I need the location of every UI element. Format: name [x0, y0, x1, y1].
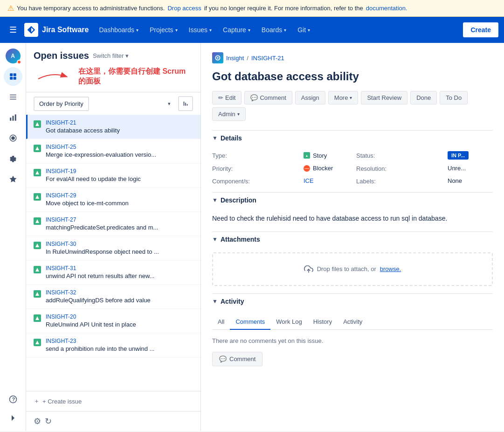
- description-section-header[interactable]: ▼ Description: [212, 192, 493, 208]
- svg-marker-22: [35, 244, 39, 247]
- sidebar-admin-icon[interactable]: [4, 170, 22, 188]
- admin-button[interactable]: Admin ▾: [212, 107, 246, 121]
- switch-filter-button[interactable]: Switch filter ▾: [93, 52, 129, 59]
- story-type-icon: [304, 152, 310, 159]
- svg-marker-18: [35, 146, 39, 150]
- sidebar-chart-icon[interactable]: [4, 108, 22, 127]
- issue-list-item[interactable]: INSIGHT-23 send a prohibition rule into …: [26, 333, 200, 357]
- nav-git-label: Git: [297, 26, 306, 34]
- nav-boards[interactable]: Boards ▾: [257, 22, 291, 37]
- attachments-section-header[interactable]: ▼ Attachments: [212, 231, 493, 247]
- issue-text: INSIGHT-23 send a prohibition rule into …: [46, 338, 193, 352]
- issue-key: INSIGHT-23: [46, 338, 193, 344]
- priority-value: Blocker: [304, 164, 349, 172]
- comment-action-button[interactable]: 💬 Comment: [244, 91, 292, 105]
- issue-summary: matchingPredicateSet.predicates and m...: [46, 224, 193, 231]
- activity-section-title: Activity: [221, 298, 244, 305]
- svg-marker-21: [35, 219, 39, 223]
- sidebar-expand-icon[interactable]: [4, 409, 22, 427]
- attachments-drop-zone[interactable]: Drop files to attach, or browse.: [212, 252, 493, 286]
- edit-button[interactable]: ✏ Edit: [212, 91, 242, 105]
- sidebar-settings-icon[interactable]: [4, 149, 22, 168]
- breadcrumb-project-link[interactable]: Insight: [226, 55, 244, 62]
- issue-text: INSIGHT-21 Got database access ability: [46, 119, 193, 134]
- issue-list-item[interactable]: INSIGHT-32 addRuleQualifyingDS before ad…: [26, 285, 200, 309]
- tab-history[interactable]: History: [308, 314, 338, 330]
- issue-list-item[interactable]: INSIGHT-29 Move object to ice-mt-common: [26, 188, 200, 212]
- details-section-header[interactable]: ▼ Details: [212, 130, 493, 146]
- nav-boards-label: Boards: [262, 26, 282, 34]
- main-layout: A: [0, 43, 504, 431]
- svg-rect-4: [10, 77, 13, 80]
- svg-marker-25: [35, 316, 39, 320]
- details-grid: Type: Story Status: IN P... Priority: Bl…: [212, 151, 493, 185]
- drop-access-link[interactable]: Drop access: [167, 5, 201, 12]
- attachments-toggle-icon: ▼: [212, 236, 218, 243]
- components-label: Component/s:: [212, 177, 296, 185]
- add-comment-button[interactable]: 💬 Comment: [212, 352, 262, 366]
- issue-list-item[interactable]: INSIGHT-25 Merge ice-expression-evaluati…: [26, 139, 200, 163]
- documentation-link[interactable]: documentation.: [366, 5, 407, 12]
- create-issue-button[interactable]: ＋ + Create issue: [26, 391, 200, 411]
- assign-button[interactable]: Assign: [295, 91, 325, 105]
- sidebar-backlog-icon[interactable]: [4, 129, 22, 147]
- issue-key: INSIGHT-25: [46, 144, 193, 150]
- issue-key: INSIGHT-29: [46, 192, 193, 199]
- issue-list-item[interactable]: INSIGHT-20 RuleUnwind API Unit test in p…: [26, 309, 200, 333]
- issue-list-item[interactable]: INSIGHT-19 For evalAll need to update th…: [26, 163, 200, 188]
- refresh-icon[interactable]: ↻: [45, 416, 52, 426]
- settings-gear-icon[interactable]: ⚙: [34, 416, 41, 426]
- sort-direction-button[interactable]: [178, 96, 193, 111]
- more-button[interactable]: More ▾: [328, 91, 359, 105]
- issue-list-item[interactable]: INSIGHT-21 Got database access ability: [26, 115, 200, 139]
- details-section-title: Details: [221, 134, 242, 142]
- sidebar-icons: A: [0, 43, 26, 431]
- create-button[interactable]: Create: [463, 22, 498, 37]
- nav-issues[interactable]: Issues ▾: [184, 22, 216, 37]
- sidebar-board-icon[interactable]: [4, 67, 22, 86]
- issue-type-icon: [34, 120, 41, 128]
- issue-list-item[interactable]: INSIGHT-31 unwind API not return results…: [26, 260, 200, 285]
- sidebar-help-icon[interactable]: ?: [4, 390, 22, 409]
- tab-activity[interactable]: Activity: [338, 314, 368, 330]
- hamburger-button[interactable]: ☰: [6, 21, 21, 39]
- nav-issues-chevron: ▾: [209, 28, 212, 33]
- breadcrumb-separator: /: [247, 55, 249, 62]
- warning-middle-text: if you no longer require it. For more in…: [204, 5, 363, 12]
- done-button[interactable]: Done: [410, 91, 437, 105]
- nav-dashboards-chevron: ▾: [136, 28, 138, 33]
- filter-bar: Order by Priority ▾: [26, 92, 200, 115]
- nav-capture[interactable]: Capture ▾: [218, 22, 255, 37]
- issue-summary: unwind API not return results after new.…: [46, 272, 193, 279]
- nav-dashboards[interactable]: Dashboards ▾: [94, 22, 143, 37]
- order-by-select[interactable]: Order by Priority: [34, 97, 89, 111]
- issue-summary: Merge ice-expression-evaluation versio..…: [46, 151, 193, 158]
- breadcrumb-issue-link[interactable]: INSIGHT-21: [251, 55, 284, 62]
- tab-comments[interactable]: Comments: [230, 314, 270, 330]
- svg-marker-19: [35, 171, 39, 174]
- activity-section-header[interactable]: ▼ Activity: [212, 293, 493, 309]
- tab-all[interactable]: All: [212, 314, 230, 330]
- issue-key: INSIGHT-21: [46, 119, 193, 126]
- to-do-button[interactable]: To Do: [440, 91, 468, 105]
- sidebar-avatar[interactable]: A: [4, 47, 22, 65]
- brand-logo[interactable]: Jira Software: [24, 23, 89, 37]
- issue-list-item[interactable]: INSIGHT-30 In RuleUnwindResponse object …: [26, 236, 200, 260]
- comment-btn-label: Comment: [229, 355, 255, 362]
- sidebar-list-icon[interactable]: [4, 88, 22, 106]
- nav-projects[interactable]: Projects ▾: [145, 22, 182, 37]
- svg-text:?: ?: [12, 397, 14, 402]
- issue-text: INSIGHT-31 unwind API not return results…: [46, 265, 193, 279]
- issue-key: INSIGHT-32: [46, 289, 193, 296]
- resolution-value: Unre...: [448, 164, 493, 172]
- components-link[interactable]: ICE: [304, 177, 314, 184]
- start-review-button[interactable]: Start Review: [361, 91, 407, 105]
- issue-type-icon: [34, 266, 41, 273]
- switch-filter-chevron: ▾: [125, 52, 129, 59]
- sort-icon: [182, 100, 189, 107]
- browse-link[interactable]: browse.: [380, 265, 401, 272]
- tab-worklog[interactable]: Work Log: [270, 314, 307, 330]
- issue-type-icon: [34, 145, 41, 152]
- issue-list-item[interactable]: INSIGHT-27 matchingPredicateSet.predicat…: [26, 212, 200, 236]
- nav-git[interactable]: Git ▾: [293, 22, 315, 37]
